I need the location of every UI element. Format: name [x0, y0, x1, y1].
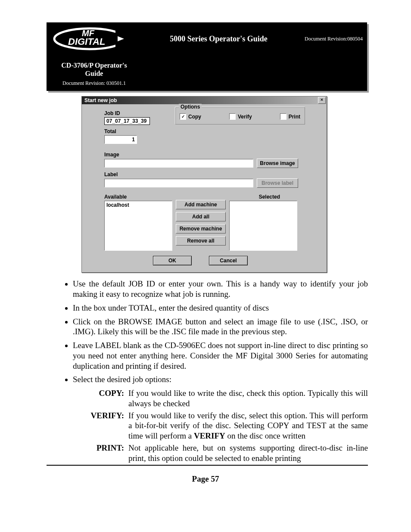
verify-checkbox[interactable]: Verify	[229, 113, 252, 120]
remove-all-button[interactable]: Remove all	[176, 236, 226, 246]
doc-header: MF DIGITAL 5000 Series Operator's Guide …	[47, 22, 367, 91]
checkbox-checked-icon: ✓	[180, 113, 186, 120]
print-checkbox[interactable]: Print	[280, 113, 300, 120]
jobid-input[interactable]	[104, 117, 150, 125]
verify-label: Verify	[238, 114, 252, 120]
copy-label: Copy	[188, 114, 201, 120]
print-definition: Not applicable here, but on systems supp…	[128, 443, 368, 464]
verify-term: VERIFY:	[86, 411, 128, 441]
ok-button[interactable]: OK	[153, 256, 192, 265]
svg-text:DIGITAL: DIGITAL	[68, 36, 105, 47]
doc-revision-main: Document Revision:080504	[305, 36, 367, 42]
dialog-titlebar: Start new job ×	[82, 96, 327, 104]
available-listbox[interactable]: localhost	[104, 201, 172, 251]
list-item[interactable]: localhost	[106, 202, 170, 208]
dialog-title: Start new job	[84, 97, 117, 103]
available-label: Available	[104, 194, 127, 200]
image-path-input[interactable]	[104, 159, 253, 168]
guide-title: 5000 Series Operator's Guide	[133, 34, 305, 44]
horizontal-rule	[47, 465, 368, 466]
page-number: Page 57	[0, 474, 411, 484]
label-path-input[interactable]	[104, 179, 253, 187]
copy-definition: If you would like to write the disc, che…	[128, 388, 368, 409]
doc-revision-sub: Document Revision: 030501.1	[54, 80, 134, 87]
checkbox-icon	[229, 113, 236, 120]
jobid-label: Job ID	[104, 110, 150, 116]
options-legend: Options	[179, 104, 202, 110]
bullet-item: In the box under TOTAL, enter the desire…	[73, 303, 368, 313]
copy-term: COPY:	[86, 388, 128, 409]
browse-image-button[interactable]: Browse image	[257, 159, 298, 168]
mf-digital-logo: MF DIGITAL	[47, 22, 133, 55]
bullet-item: Leave LABEL blank as the CD-5906EC does …	[73, 340, 368, 371]
total-input[interactable]	[104, 135, 137, 144]
verify-definition: If you would like to verify the disc, se…	[128, 411, 368, 441]
start-new-job-dialog: Start new job × Job ID Total Options	[81, 96, 327, 273]
browse-label-button: Browse label	[257, 178, 298, 188]
print-term: PRINT:	[86, 443, 128, 464]
verify-bold: VERIFY	[194, 431, 225, 440]
bullet-item: Click on the BROWSE IMAGE button and sel…	[73, 317, 368, 337]
sub-guide-title: CD-3706/P Operator's Guide	[54, 61, 134, 78]
cancel-button[interactable]: Cancel	[209, 256, 248, 265]
label-label: Label	[104, 171, 319, 177]
selected-label: Selected	[259, 194, 280, 200]
total-label: Total	[104, 128, 150, 134]
bullet-item: Use the default JOB ID or enter your own…	[73, 279, 368, 299]
close-icon[interactable]: ×	[318, 97, 326, 104]
print-label: Print	[289, 114, 300, 120]
verify-def-part2: on the disc once written	[225, 431, 305, 440]
copy-checkbox[interactable]: ✓ Copy	[180, 113, 201, 120]
options-group: Options ✓ Copy Verify	[175, 107, 305, 124]
checkbox-icon	[280, 113, 286, 120]
option-definitions: COPY: If you would like to write the dis…	[86, 388, 368, 463]
selected-listbox[interactable]	[229, 201, 297, 251]
instruction-text: Use the default JOB ID or enter your own…	[58, 279, 368, 385]
image-label: Image	[104, 152, 319, 158]
add-all-button[interactable]: Add all	[176, 212, 226, 221]
add-machine-button[interactable]: Add machine	[176, 200, 226, 209]
remove-machine-button[interactable]: Remove machine	[176, 224, 226, 233]
bullet-item: Select the desired job options:	[73, 374, 368, 385]
